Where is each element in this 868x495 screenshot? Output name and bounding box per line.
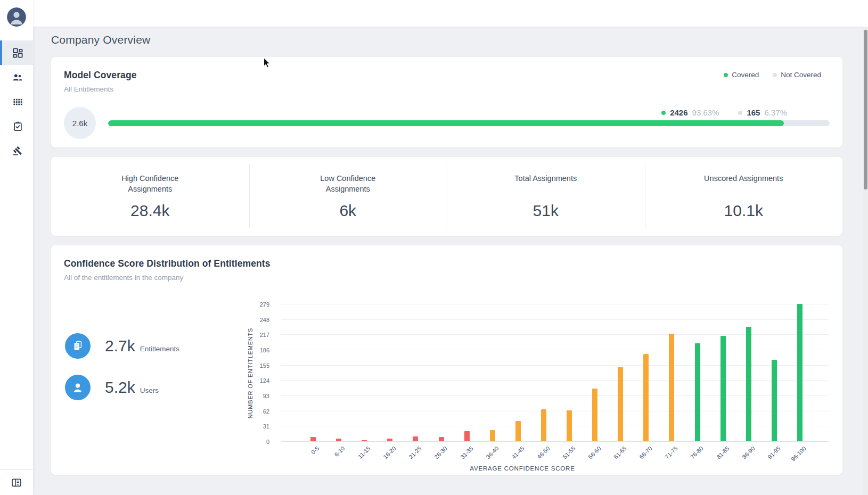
x-tick-label: 26-30	[433, 445, 448, 460]
stat-label: High ConfidenceAssignments	[121, 173, 178, 194]
stat-value: 28.4k	[130, 202, 169, 220]
sidebar-item-gavel[interactable]	[0, 138, 33, 163]
y-tick-label: 279	[241, 301, 269, 308]
summary-label: Entitlements	[140, 345, 179, 353]
summary-row-entitlements: 2.7kEntitlements	[65, 333, 179, 359]
entitlements-icon	[65, 333, 91, 359]
scrollbar-thumb[interactable]	[864, 30, 867, 189]
y-tick-label: 93	[241, 392, 269, 400]
clipboard-check-icon	[13, 121, 23, 131]
model-coverage-card: Model Coverage All Entitlements CoveredN…	[51, 57, 842, 147]
people-icon	[12, 72, 23, 82]
summary-label: Users	[140, 386, 159, 394]
stat-value: 6k	[339, 202, 356, 220]
x-tick-label: 81-85	[715, 445, 730, 460]
sidebar-item-people[interactable]	[0, 65, 33, 89]
bar-11-15[interactable]	[362, 440, 367, 441]
top-bar	[33, 0, 868, 27]
distribution-subtitle: All of the entitlements in the company	[64, 274, 830, 282]
stat-label-line: Assignments	[320, 184, 375, 194]
model-coverage-subtitle: All Entitlements	[64, 85, 830, 93]
summary-text: 5.2kUsers	[105, 378, 159, 397]
x-tick-label: 96-100	[790, 445, 807, 463]
total-entitlements-badge: 2.6k	[64, 107, 96, 139]
legend-dot-icon	[773, 73, 777, 77]
bar-0-5[interactable]	[310, 437, 316, 441]
x-tick-label: 36-40	[485, 445, 499, 460]
x-tick-label: 21-25	[408, 445, 423, 460]
x-tick-label: 91-95	[766, 445, 781, 460]
sidebar-item-dashboard[interactable]	[0, 40, 33, 65]
gridline	[281, 441, 829, 442]
bar-96-100[interactable]	[797, 304, 803, 441]
distribution-card: Confidence Score Distribution of Entitle…	[51, 245, 842, 475]
bar-66-70[interactable]	[643, 354, 649, 441]
stats-card: High ConfidenceAssignments28.4kLow Confi…	[51, 157, 842, 236]
dashboard-icon	[13, 48, 23, 58]
bar-71-75[interactable]	[669, 334, 674, 441]
summary-value: 2.7k	[105, 337, 135, 355]
y-tick-label: 155	[241, 362, 269, 369]
bar-91-95[interactable]	[772, 360, 777, 441]
summary-stats: 2.7kEntitlements5.2kUsers	[65, 333, 179, 400]
legend-label: Not Covered	[781, 71, 821, 79]
legend-label: Covered	[732, 71, 759, 79]
sidebar-item-clipboard-check[interactable]	[0, 114, 33, 138]
model-coverage-title: Model Coverage	[64, 70, 830, 81]
x-tick-label: 56-60	[587, 445, 602, 460]
stat-column-1: Low ConfidenceAssignments6k	[249, 157, 447, 236]
legend-item-covered[interactable]: Covered	[724, 71, 759, 79]
apps-grid-icon	[13, 97, 23, 106]
stat-label-line: Total Assignments	[514, 173, 577, 184]
chart-x-axis-title: AVERAGE CONFIDENCE SCORE	[249, 465, 796, 472]
sidebar-item-apps-grid[interactable]	[0, 89, 33, 114]
gridline	[281, 304, 829, 304]
stat-label: Low ConfidenceAssignments	[320, 173, 375, 194]
bar-51-55[interactable]	[567, 410, 572, 441]
stat-label-line: Unscored Assignments	[704, 173, 783, 184]
x-tick-label: 86-90	[741, 445, 756, 460]
bar-61-65[interactable]	[618, 367, 623, 441]
gavel-icon	[13, 146, 23, 156]
bar-6-10[interactable]	[336, 439, 341, 441]
sidebar-toggle-button[interactable]	[11, 477, 22, 488]
bar-46-50[interactable]	[541, 409, 546, 441]
bar-81-85[interactable]	[720, 336, 726, 441]
x-tick-label: 46-50	[536, 445, 551, 460]
x-tick-label: 51-55	[561, 445, 576, 460]
bar-21-25[interactable]	[413, 436, 418, 441]
user-avatar[interactable]	[7, 7, 26, 27]
stat-label: Total Assignments	[514, 173, 577, 194]
user-icon	[65, 375, 91, 400]
chart-plot: NUMBER OF ENTITLEMENTS AVERAGE CONFIDENC…	[281, 304, 829, 442]
stat-value: 51k	[533, 202, 559, 220]
legend-item-not-covered[interactable]: Not Covered	[773, 71, 821, 79]
stat-column-2: Total Assignments51k	[447, 157, 645, 236]
y-tick-label: 248	[241, 316, 269, 324]
bar-76-80[interactable]	[695, 343, 700, 441]
y-tick-label: 0	[241, 438, 269, 446]
bar-31-35[interactable]	[464, 431, 470, 441]
bar-41-45[interactable]	[515, 421, 521, 441]
page-title: Company Overview	[51, 34, 842, 46]
stat-label: Unscored Assignments	[704, 173, 783, 194]
stat-label-line: Assignments	[121, 184, 178, 194]
bar-36-40[interactable]	[490, 430, 495, 441]
bar-86-90[interactable]	[746, 327, 751, 441]
bar-56-60[interactable]	[592, 389, 597, 441]
user-avatar-icon	[7, 7, 26, 27]
coverage-legend: CoveredNot Covered	[724, 71, 821, 79]
legend-dot-icon	[724, 73, 728, 77]
bar-16-20[interactable]	[387, 439, 392, 441]
main-content: Company Overview Model Coverage All Enti…	[33, 27, 868, 495]
y-tick-label: 62	[241, 408, 269, 415]
x-tick-label: 71-75	[664, 445, 679, 460]
scrollbar-track[interactable]	[863, 27, 868, 495]
x-tick-label: 0-5	[310, 445, 321, 456]
y-tick-label: 186	[241, 346, 269, 354]
sidebar-footer	[0, 469, 33, 495]
bar-26-30[interactable]	[439, 437, 444, 441]
stat-column-0: High ConfidenceAssignments28.4k	[51, 157, 249, 236]
coverage-progress-fill	[108, 120, 784, 126]
gridline	[281, 319, 829, 320]
